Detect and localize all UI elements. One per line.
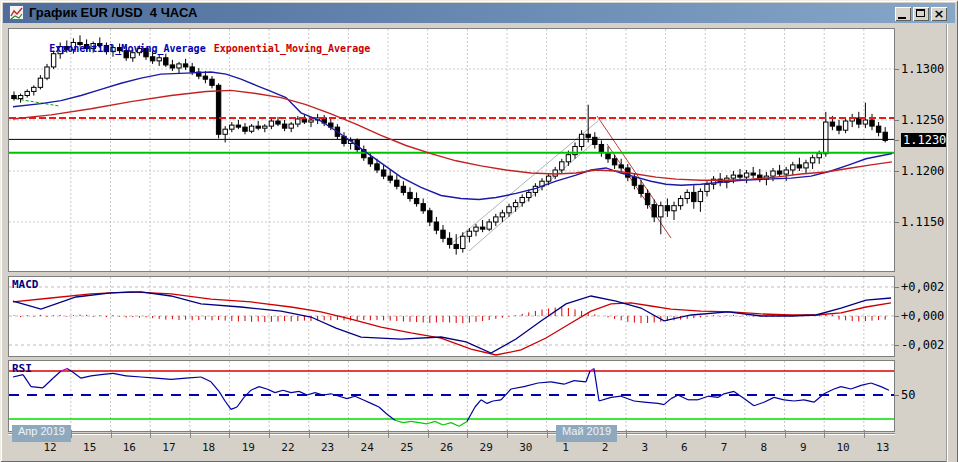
time-axis-tick [71,430,72,438]
price-axis-label: 1.1200 [901,164,944,178]
indicator-legend: Exponential_Moving_AverageExponential_Mo… [13,32,370,65]
window-title: График EUR /USD 4 ЧАСА [29,5,197,20]
time-axis-tick [507,430,508,438]
time-axis-tick [269,430,270,438]
time-axis-tick [785,430,786,438]
date-label: 19 [242,441,255,454]
axis-tick [895,171,899,172]
maximize-icon [916,9,925,17]
time-axis-tick [547,430,548,438]
axis-tick [895,222,899,223]
date-label: 24 [361,441,374,454]
date-label: 9 [800,441,807,454]
macd-canvas[interactable] [9,277,894,356]
date-label: 7 [721,441,728,454]
chart-app-icon [9,5,24,20]
rsi-canvas[interactable] [9,361,894,431]
price-axis-label: 1.1300 [901,62,944,76]
price-chart-canvas[interactable] [9,29,894,271]
date-label: 15 [83,441,96,454]
time-axis-line [8,433,895,435]
window-controls: × [895,7,947,21]
month-label-april: Апр 2019 [12,425,71,442]
axis-tick [895,287,899,288]
legend-ema-fast: Exponential_Moving_Average [49,43,206,54]
date-label: 3 [641,441,648,454]
date-label: 1 [562,441,569,454]
time-axis-tick [229,430,230,438]
minimize-icon [898,17,906,19]
date-label: 6 [681,441,688,454]
title-bar[interactable]: График EUR /USD 4 ЧАСА × [3,3,955,23]
date-label: 23 [321,441,334,454]
time-axis-tick [150,430,151,438]
rsi-axis-label: 50 [901,388,915,402]
time-axis-tick [467,430,468,438]
date-label: 26 [440,441,453,454]
date-label: 12 [43,441,56,454]
date-label: 10 [836,441,849,454]
macd-axis-label: +0,002 [901,280,944,294]
legend-ema-slow: Exponential_Moving_Average [214,43,371,54]
date-label: 30 [519,441,532,454]
rsi-label: RSI [12,362,32,375]
price-axis-label: 1.1230 [901,133,948,147]
price-chart-panel[interactable]: Exponential_Moving_AverageExponential_Mo… [8,28,895,272]
price-axis-label: 1.1150 [901,215,944,229]
axis-tick [895,395,899,396]
date-label: 13 [876,441,889,454]
minimize-button[interactable] [895,7,911,21]
date-label: 22 [281,441,294,454]
date-label: 29 [480,441,493,454]
axis-tick [895,140,899,141]
time-axis-tick [626,430,627,438]
axis-tick [895,345,899,346]
date-label: 18 [202,441,215,454]
macd-label: MACD [12,278,39,291]
close-icon: × [931,6,947,21]
date-label: 17 [162,441,175,454]
time-axis-tick [705,430,706,438]
maximize-button[interactable] [913,7,929,21]
window-right-border[interactable] [946,24,957,462]
time-axis-tick [824,430,825,438]
date-label: 8 [760,441,767,454]
time-axis-tick [309,430,310,438]
axis-tick [895,69,899,70]
axis-tick [895,120,899,121]
close-button[interactable]: × [931,7,947,21]
axis-tick [895,316,899,317]
month-label-may: Май 2019 [556,425,617,442]
macd-axis-label: -0,002 [901,338,944,352]
time-axis-tick [348,430,349,438]
date-label: 2 [602,441,609,454]
time-axis-tick [190,430,191,438]
macd-axis-label: +0,000 [901,309,944,323]
date-label: 16 [123,441,136,454]
chart-window: График EUR /USD 4 ЧАСА × Exponential_Mov… [0,0,958,462]
date-label: 25 [400,441,413,454]
time-axis-tick [864,430,865,438]
time-axis-tick [428,430,429,438]
time-axis-tick [111,430,112,438]
time-axis-tick [745,430,746,438]
macd-panel[interactable]: MACD [8,276,895,357]
time-axis-tick [388,430,389,438]
rsi-panel[interactable]: RSI [8,360,895,432]
time-axis-tick [666,430,667,438]
price-axis-label: 1.1250 [901,113,944,127]
